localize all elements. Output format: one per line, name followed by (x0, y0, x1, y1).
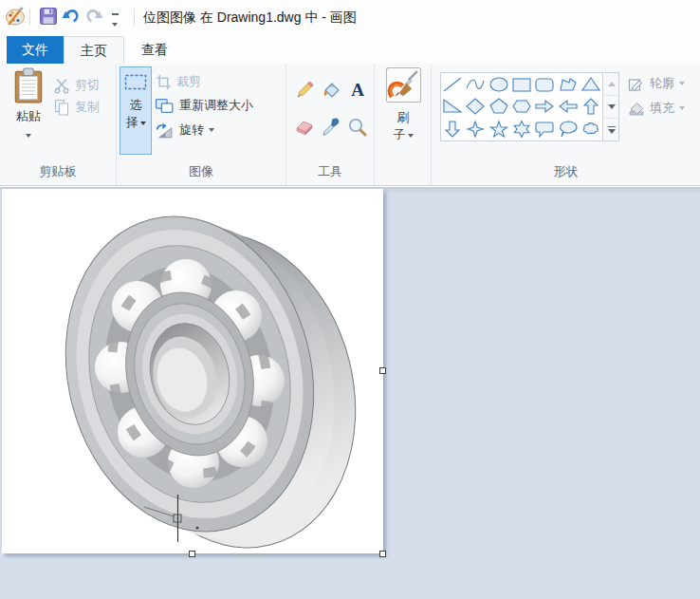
shape-four-point-star[interactable] (464, 118, 487, 140)
shape-pentagon[interactable] (488, 96, 510, 119)
save-icon[interactable] (39, 7, 58, 26)
shape-line[interactable] (441, 73, 464, 96)
group-clipboard: 粘贴 剪切 复制 剪贴板 (0, 64, 117, 185)
brushes-dropdown-icon (408, 134, 414, 138)
select-label-line2: 择 (120, 114, 151, 131)
clipboard-group-label: 剪贴板 (0, 163, 116, 180)
tab-view[interactable]: 查看 (124, 36, 185, 64)
shapes-scroll-down-button[interactable] (604, 96, 618, 119)
rotate-button[interactable]: 旋转 (155, 120, 214, 140)
shape-right-triangle[interactable] (441, 96, 464, 119)
bearing-3d-image (2, 189, 383, 553)
shape-curve[interactable] (464, 73, 487, 96)
outline-label: 轮廓 (650, 75, 674, 92)
shape-rounded-callout[interactable] (533, 118, 556, 140)
cut-label: 剪切 (75, 77, 100, 94)
qat-customize-dropdown-icon[interactable] (110, 13, 120, 31)
canvas-resize-handle-bottom[interactable] (189, 551, 195, 557)
fill-button[interactable]: 填充 (628, 98, 685, 119)
work-area[interactable] (0, 187, 700, 599)
shape-right-arrow[interactable] (533, 96, 556, 119)
fill-color-tool[interactable] (319, 76, 343, 104)
shape-left-arrow[interactable] (556, 96, 579, 119)
brush-icon (386, 67, 421, 103)
tools-group-label: 工具 (286, 163, 374, 180)
cut-button[interactable]: 剪切 (53, 75, 100, 96)
redo-icon[interactable] (83, 6, 105, 28)
outline-dropdown-icon (679, 82, 685, 85)
qat-separator (134, 9, 135, 26)
shape-triangle[interactable] (580, 73, 602, 96)
resize-icon (155, 98, 175, 114)
qat-separator (29, 9, 30, 26)
shapes-scroll-up-button[interactable] (604, 73, 618, 96)
scissors-icon (53, 77, 70, 94)
outline-icon (628, 75, 645, 92)
shape-hexagon[interactable] (510, 96, 533, 119)
clipboard-icon (13, 67, 44, 103)
ribbon: 粘贴 剪切 复制 剪贴板 选 择 (0, 64, 700, 186)
magnifier-icon (347, 117, 368, 138)
canvas-resize-handle-right[interactable] (379, 367, 386, 374)
fill-dropdown-icon (679, 106, 685, 110)
drawing-canvas[interactable] (2, 189, 383, 553)
shape-oval-callout[interactable] (556, 118, 579, 140)
color-picker-tool[interactable] (319, 113, 343, 141)
shape-five-point-star[interactable] (488, 118, 510, 140)
group-image: 选 择 裁剪 重新调整大小 旋转 图像 (117, 64, 286, 185)
shape-rounded-rectangle[interactable] (533, 73, 556, 96)
crop-icon (156, 74, 172, 90)
shapes-more-button[interactable] (604, 119, 618, 141)
copy-button[interactable]: 复制 (53, 97, 100, 118)
select-dropdown-icon (140, 122, 146, 125)
rotate-label: 旋转 (179, 122, 204, 139)
paste-button[interactable]: 粘贴 (5, 67, 52, 155)
pencil-tool[interactable] (292, 76, 317, 104)
select-rectangle-icon (124, 74, 147, 90)
undo-icon[interactable] (60, 6, 82, 28)
fill-label: 填充 (650, 100, 674, 117)
crop-label: 裁剪 (176, 73, 201, 90)
tab-file[interactable]: 文件 (7, 36, 64, 64)
brushes-label-line2: 子 (380, 126, 426, 143)
shapes-gallery (440, 72, 603, 141)
copy-icon (53, 99, 70, 116)
pencil-icon (294, 80, 315, 101)
select-label-line1: 选 (120, 97, 151, 114)
group-brushes: 刷 子 (375, 64, 432, 185)
eyedropper-icon (321, 117, 341, 138)
eraser-tool[interactable] (292, 113, 317, 141)
shape-cloud-callout[interactable] (580, 118, 602, 140)
outline-button[interactable]: 轮廓 (628, 73, 685, 94)
canvas-resize-handle-corner[interactable] (379, 551, 386, 557)
brushes-label-line1: 刷 (380, 109, 426, 126)
shape-rectangle[interactable] (510, 73, 533, 96)
brushes-button[interactable]: 刷 子 (380, 67, 426, 155)
shape-down-arrow[interactable] (441, 118, 464, 140)
paint-logo-icon (4, 5, 27, 28)
shape-up-arrow[interactable] (580, 96, 602, 119)
text-tool-icon: A (351, 80, 364, 101)
resize-button[interactable]: 重新调整大小 (155, 95, 253, 116)
shape-oval[interactable] (488, 73, 510, 96)
shape-polygon[interactable] (556, 73, 579, 96)
crop-button[interactable]: 裁剪 (156, 71, 201, 92)
rotate-icon (155, 122, 175, 139)
group-shapes: 轮廓 填充 形状 (432, 64, 700, 185)
fill-icon (628, 100, 645, 117)
text-tool[interactable]: A (345, 76, 370, 104)
eraser-icon (294, 117, 315, 138)
title-bar: 位图图像 在 Drawing1.dwg 中 - 画图 (0, 0, 700, 34)
shape-diamond[interactable] (464, 96, 487, 119)
select-button[interactable]: 选 择 (120, 66, 152, 155)
ribbon-tabs: 文件 主页 查看 (0, 34, 700, 64)
paste-dropdown-icon (26, 134, 31, 138)
shape-six-point-star[interactable] (510, 118, 533, 140)
magnifier-tool[interactable] (345, 113, 370, 141)
shapes-group-label: 形状 (432, 163, 700, 180)
group-tools: A 工具 (286, 64, 375, 185)
fill-bucket-icon (321, 80, 341, 101)
paste-label: 粘贴 (5, 108, 52, 125)
tab-home[interactable]: 主页 (64, 36, 124, 64)
rotate-dropdown-icon (209, 128, 214, 132)
